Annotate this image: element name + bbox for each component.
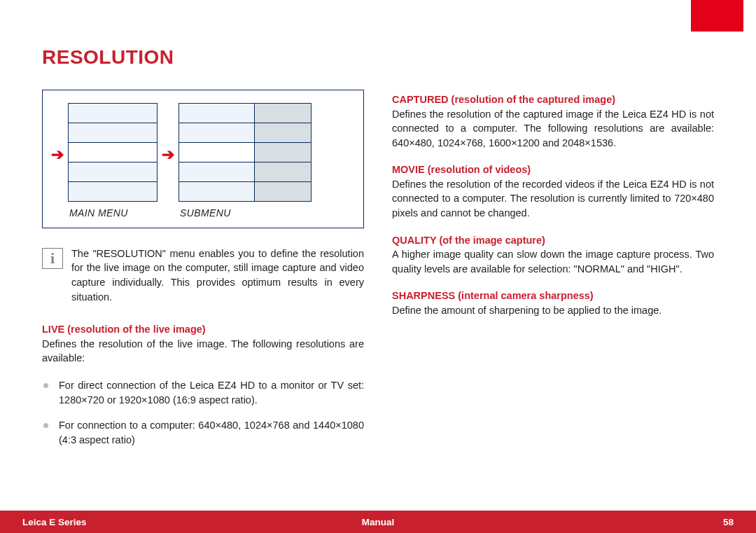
brand-tab	[691, 0, 743, 32]
footer-center: Manual	[362, 517, 395, 527]
main-menu-table: MAIN MENU	[68, 103, 158, 221]
quality-body: A higher image quality can slow down the…	[392, 247, 714, 276]
page-content: RESOLUTION ➔ MAIN MENU	[0, 0, 756, 458]
list-item: For direct connection of the Leica EZ4 H…	[42, 378, 364, 407]
live-heading: LIVE (resolution of the live image)	[42, 322, 364, 337]
right-column: CAPTURED (resolution of the captured ima…	[392, 90, 714, 458]
page-footer: Leica E Series Manual 58	[0, 511, 756, 533]
sharpness-heading: SHARPNESS (internal camera sharpness)	[392, 289, 714, 303]
main-menu-label: MAIN MENU	[68, 207, 158, 221]
intro-text: The "RESOLUTION" menu enables you to def…	[71, 247, 364, 304]
movie-body: Defines the resolution of the recorded v…	[392, 177, 714, 221]
left-column: ➔ MAIN MENU ➔	[42, 90, 364, 458]
movie-heading: MOVIE (resolution of videos)	[392, 162, 714, 177]
arrow-right-icon: ➔	[50, 147, 65, 162]
live-body: Defines the resolution of the live image…	[42, 337, 364, 366]
captured-heading: CAPTURED (resolution of the captured ima…	[392, 92, 714, 107]
arrow-right-icon: ➔	[160, 147, 176, 162]
live-bullets: For direct connection of the Leica EZ4 H…	[42, 378, 364, 447]
page-title: RESOLUTION	[42, 46, 714, 69]
sub-menu-label: SUBMENU	[178, 207, 312, 221]
sharpness-body: Define the amount of sharpening to be ap…	[392, 303, 714, 318]
captured-body: Defines the resolution of the captured i…	[392, 107, 714, 151]
list-item: For connection to a computer: 640×480, 1…	[42, 418, 364, 447]
sub-menu-table: SUBMENU	[178, 103, 312, 221]
info-icon: i	[42, 248, 63, 269]
footer-page-number: 58	[723, 517, 734, 527]
info-paragraph: i The "RESOLUTION" menu enables you to d…	[42, 247, 364, 304]
footer-left: Leica E Series	[22, 517, 87, 527]
quality-heading: QUALITY (of the image capture)	[392, 233, 714, 248]
menu-diagram: ➔ MAIN MENU ➔	[42, 90, 364, 228]
